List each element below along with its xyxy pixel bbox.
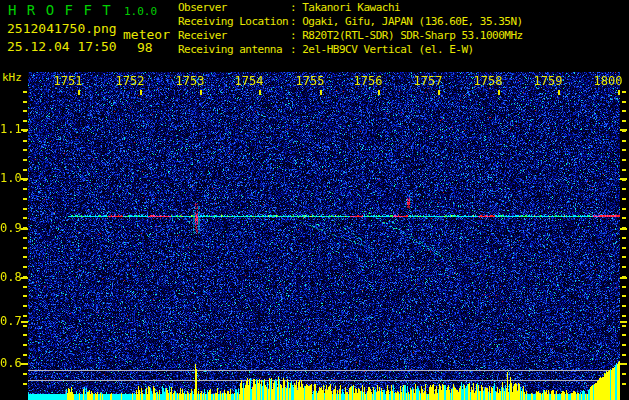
freq-minor-tick — [23, 110, 27, 112]
freq-minor-tick-right — [622, 266, 626, 268]
station-info-row: Observer: Takanori Kawachi — [178, 1, 288, 15]
freq-minor-tick — [23, 305, 27, 307]
freq-major-tick — [21, 129, 28, 131]
station-info-row: Receiving antenna: 2el-HB9CV Vertical (e… — [178, 43, 288, 57]
time-tick — [498, 90, 500, 95]
freq-minor-tick-right — [622, 101, 626, 103]
freq-minor-tick — [23, 101, 27, 103]
freq-minor-tick — [23, 198, 27, 200]
freq-minor-tick-right — [622, 198, 626, 200]
station-info-label: Receiving Location — [178, 15, 288, 29]
freq-minor-tick — [23, 159, 27, 161]
freq-minor-tick — [23, 344, 27, 346]
time-tick — [140, 90, 142, 95]
freq-tick-label: 1.0 — [0, 171, 20, 185]
time-tick-label: 1751 — [54, 74, 83, 88]
echo-count: 98 — [137, 40, 153, 55]
freq-minor-tick-right — [622, 159, 626, 161]
freq-minor-tick-right — [622, 91, 626, 93]
time-tick-label: 1757 — [414, 74, 443, 88]
freq-minor-tick-right — [622, 256, 626, 258]
time-tick — [320, 90, 322, 95]
freq-minor-tick — [23, 325, 27, 327]
freq-minor-tick-right — [622, 334, 626, 336]
freq-minor-tick — [23, 140, 27, 142]
freq-minor-tick — [23, 217, 27, 219]
freq-major-tick — [21, 178, 28, 180]
freq-minor-tick-right — [622, 247, 626, 249]
app-title: H R O F F T — [8, 2, 112, 18]
station-info-value: : Ogaki, Gifu, JAPAN (136.60E, 35.35N) — [290, 15, 523, 29]
freq-major-tick — [21, 228, 28, 230]
freq-tick-label: 0.8 — [0, 270, 20, 284]
time-tick — [78, 90, 80, 95]
app-version: 1.0.0 — [124, 5, 157, 18]
freq-minor-tick — [23, 354, 27, 356]
station-info-value: : 2el-HB9CV Vertical (el. E-W) — [290, 43, 474, 57]
time-tick-label: 1752 — [116, 74, 145, 88]
freq-major-tick — [21, 363, 28, 365]
freq-minor-tick-right — [622, 286, 626, 288]
freq-minor-tick — [23, 188, 27, 190]
freq-minor-tick — [23, 266, 27, 268]
freq-minor-tick-right — [622, 188, 626, 190]
freq-minor-tick-right — [622, 354, 626, 356]
freq-minor-tick — [23, 373, 27, 375]
freq-minor-tick — [23, 334, 27, 336]
station-info: Observer: Takanori KawachiReceiving Loca… — [178, 1, 288, 57]
freq-minor-tick-right — [622, 120, 626, 122]
freq-minor-tick — [23, 295, 27, 297]
freq-major-tick-right — [620, 277, 627, 279]
time-tick-label: 1754 — [235, 74, 264, 88]
time-tick-label: 1758 — [474, 74, 503, 88]
hrofft-window: H R O F F T 1.0.0 2512041750.png meteor … — [0, 0, 629, 400]
time-tick — [558, 90, 560, 95]
station-info-label: Observer — [178, 1, 227, 15]
freq-minor-tick — [23, 256, 27, 258]
freq-minor-tick-right — [622, 140, 626, 142]
freq-minor-tick-right — [622, 149, 626, 151]
freq-minor-tick — [23, 120, 27, 122]
freq-tick-label: 0.6 — [0, 356, 20, 370]
freq-minor-tick-right — [622, 373, 626, 375]
time-tick — [438, 90, 440, 95]
time-tick — [259, 90, 261, 95]
output-filename: 2512041750.png — [7, 21, 117, 36]
freq-minor-tick — [23, 286, 27, 288]
time-tick-label: 1800 — [594, 74, 623, 88]
freq-minor-tick-right — [622, 110, 626, 112]
freq-major-tick-right — [620, 363, 627, 365]
freq-minor-tick-right — [622, 217, 626, 219]
station-info-row: Receiving Location: Ogaki, Gifu, JAPAN (… — [178, 15, 288, 29]
time-tick-label: 1756 — [354, 74, 383, 88]
time-tick-label: 1759 — [534, 74, 563, 88]
freq-axis-unit: kHz — [2, 71, 22, 84]
freq-minor-tick-right — [622, 208, 626, 210]
freq-tick-label: 1.1 — [0, 122, 20, 136]
time-tick — [378, 90, 380, 95]
freq-minor-tick-right — [622, 344, 626, 346]
freq-tick-label: 0.7 — [0, 314, 20, 328]
freq-minor-tick — [23, 247, 27, 249]
station-info-row: Receiver: R820T2(RTL-SDR) SDR-Sharp 53.1… — [178, 29, 288, 43]
freq-minor-tick — [23, 91, 27, 93]
time-tick — [200, 90, 202, 95]
freq-minor-tick — [23, 237, 27, 239]
freq-major-tick-right — [620, 178, 627, 180]
freq-major-tick-right — [620, 321, 627, 323]
freq-minor-tick-right — [622, 237, 626, 239]
datetime-label: 25.12.04 17:50 — [7, 39, 117, 54]
freq-major-tick-right — [620, 129, 627, 131]
station-info-value: : R820T2(RTL-SDR) SDR-Sharp 53.1000MHz — [290, 29, 523, 43]
freq-minor-tick — [23, 383, 27, 385]
freq-major-tick — [21, 277, 28, 279]
station-info-label: Receiver — [178, 29, 227, 43]
time-tick-label: 1753 — [176, 74, 205, 88]
time-tick — [618, 90, 620, 95]
spectrogram-canvas — [28, 72, 620, 400]
freq-minor-tick-right — [622, 305, 626, 307]
station-info-label: Receiving antenna — [178, 43, 282, 57]
freq-minor-tick-right — [622, 325, 626, 327]
freq-major-tick — [21, 321, 28, 323]
station-info-value: : Takanori Kawachi — [290, 1, 400, 15]
